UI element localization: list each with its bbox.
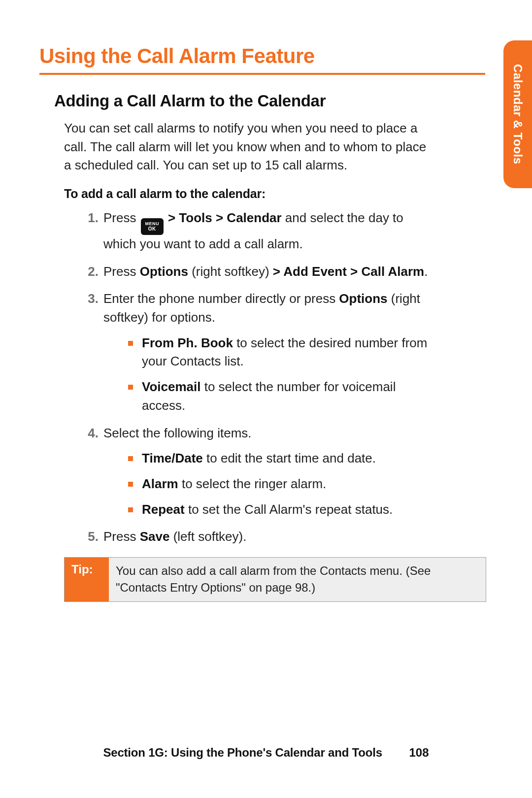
step-text: (left softkey). <box>169 529 246 544</box>
title-rule <box>39 73 485 75</box>
step-3-sublist: From Ph. Book to select the desired numb… <box>103 334 436 415</box>
step-number: 1. <box>79 209 99 228</box>
footer-page-number: 108 <box>409 746 429 759</box>
step-bold: > Tools > Calendar <box>165 210 282 225</box>
step-4-sublist: Time/Date to edit the start time and dat… <box>103 449 436 519</box>
sub-text: to select the ringer alarm. <box>178 476 327 491</box>
sub-item: From Ph. Book to select the desired numb… <box>128 334 436 371</box>
step-text: Press <box>103 264 140 279</box>
tip-label: Tip: <box>65 558 109 601</box>
step-3: 3. Enter the phone number directly or pr… <box>79 290 436 415</box>
step-text: Enter the phone number directly or press <box>103 291 339 306</box>
step-text: Press <box>103 210 140 225</box>
intro-paragraph: You can set call alarms to notify you wh… <box>54 119 436 175</box>
sub-bold: Alarm <box>142 476 178 491</box>
sub-text: to set the Call Alarm's repeat status. <box>185 502 393 517</box>
menu-ok-key-icon: MENUOK <box>141 218 164 235</box>
sub-item: Voicemail to select the number for voice… <box>128 378 436 415</box>
step-2: 2. Press Options (right softkey) > Add E… <box>79 263 436 281</box>
step-bold: Options <box>140 264 188 279</box>
step-text: . <box>424 264 428 279</box>
sub-item: Time/Date to edit the start time and dat… <box>128 449 436 468</box>
sub-item: Alarm to select the ringer alarm. <box>128 475 436 494</box>
step-bold: Options <box>339 291 387 306</box>
step-text: Press <box>103 529 140 544</box>
page-footer: Section 1G: Using the Phone's Calendar a… <box>0 746 532 760</box>
procedure-lead: To add a call alarm to the calendar: <box>54 187 436 201</box>
step-bold: > Add Event > Call Alarm <box>273 264 424 279</box>
tip-box: Tip: You can also add a call alarm from … <box>64 557 486 602</box>
page-title: Using the Call Alarm Feature <box>39 44 485 68</box>
steps-list: 1. Press MENUOK > Tools > Calendar and s… <box>54 209 436 546</box>
footer-section: Section 1G: Using the Phone's Calendar a… <box>103 746 382 759</box>
side-tab-label: Calendar & Tools <box>511 64 525 165</box>
section-title: Adding a Call Alarm to the Calendar <box>54 92 436 110</box>
sub-bold: Time/Date <box>142 451 203 466</box>
step-text: (right softkey) <box>188 264 273 279</box>
sub-bold: From Ph. Book <box>142 335 233 350</box>
step-number: 3. <box>79 290 99 308</box>
sub-bold: Voicemail <box>142 379 200 394</box>
sub-bold: Repeat <box>142 502 185 517</box>
tip-text: You can also add a call alarm from the C… <box>109 558 486 601</box>
sub-text: to edit the start time and date. <box>203 451 376 466</box>
step-5: 5. Press Save (left softkey). <box>79 528 436 546</box>
step-bold: Save <box>140 529 170 544</box>
content-body: Adding a Call Alarm to the Calendar You … <box>39 92 485 602</box>
step-number: 4. <box>79 424 99 443</box>
step-text: Select the following items. <box>103 426 252 440</box>
step-4: 4. Select the following items. Time/Date… <box>79 424 436 519</box>
step-number: 5. <box>79 528 99 546</box>
side-tab-calendar-tools: Calendar & Tools <box>503 40 532 188</box>
sub-item: Repeat to set the Call Alarm's repeat st… <box>128 500 436 519</box>
step-number: 2. <box>79 263 99 281</box>
step-1: 1. Press MENUOK > Tools > Calendar and s… <box>79 209 436 254</box>
